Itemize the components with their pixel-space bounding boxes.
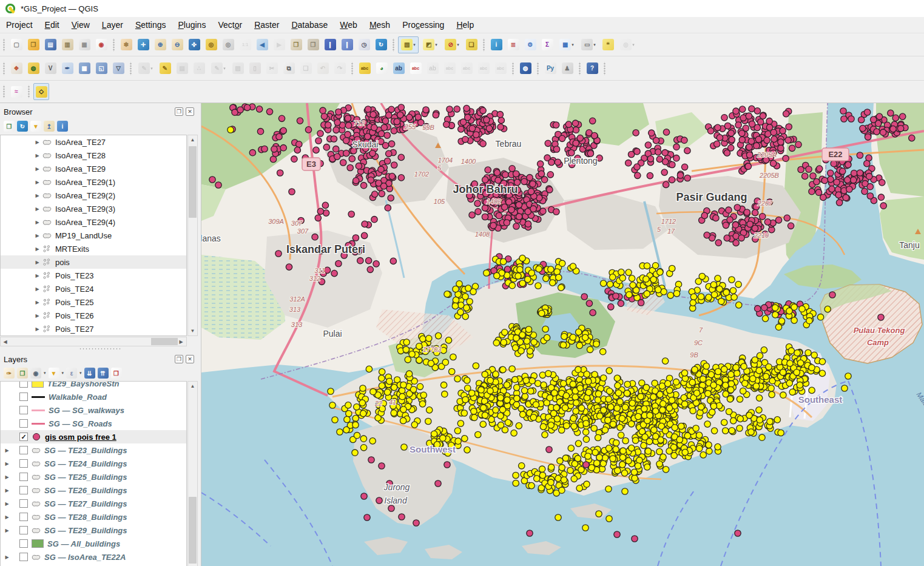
menu-plugins[interactable]: Plugins <box>172 18 212 32</box>
menu-vector[interactable]: Vector <box>212 18 248 32</box>
new-shapefile-layer-button[interactable]: V <box>42 60 58 77</box>
layers-vscrollbar[interactable]: ▲ <box>187 381 198 566</box>
expander-icon[interactable]: ▶ <box>35 206 40 212</box>
browser-float-icon[interactable]: ❐ <box>175 107 183 116</box>
map-tips-button[interactable]: ❝ <box>600 36 616 53</box>
collapse-all-layers-icon[interactable]: ⇈ <box>98 368 109 379</box>
select-features-by-value-button[interactable]: ❏ <box>464 36 479 53</box>
layer-visibility-checkbox[interactable] <box>19 553 28 561</box>
expander-icon[interactable]: ▶ <box>35 260 40 265</box>
new-map-view-button[interactable]: ❒ <box>288 36 304 53</box>
expander-icon[interactable]: ▶ <box>35 233 40 238</box>
help-contents-button[interactable]: ? <box>584 60 600 77</box>
browser-close-icon[interactable]: ✕ <box>186 107 194 116</box>
show-spatial-bookmarks-button[interactable]: ❙ <box>339 36 355 53</box>
layer-item-SG — TE26_Buildings[interactable]: ▶SG — TE26_Buildings <box>1 483 186 497</box>
expander-icon[interactable]: ▶ <box>4 461 10 467</box>
zoom-out-button[interactable]: ⊖ <box>169 36 185 53</box>
layer-item-SG — TE27_Buildings[interactable]: ▶SG — TE27_Buildings <box>1 497 186 510</box>
properties-widget-icon[interactable]: i <box>57 121 68 132</box>
expander-icon[interactable]: ▶ <box>35 180 40 185</box>
expander-icon[interactable]: ▶ <box>35 246 40 252</box>
browser-item-Pois_TE24[interactable]: ▶Pois_TE24 <box>1 282 186 295</box>
new-print-layout-button[interactable]: ▥ <box>59 36 75 53</box>
expander-icon[interactable]: ▶ <box>35 140 40 145</box>
browser-item-IsoArea_TE29(4)[interactable]: ▶IsoArea_TE29(4) <box>1 215 186 229</box>
open-attribute-table-button[interactable]: ▦▾ <box>556 36 577 53</box>
statistics-button[interactable]: ≣ <box>505 36 521 53</box>
layer-visibility-checkbox[interactable] <box>19 459 28 468</box>
expander-icon[interactable]: ▶ <box>35 220 40 225</box>
menu-layer[interactable]: Layer <box>96 18 129 32</box>
panel-splitter-handle[interactable] <box>79 348 121 351</box>
expander-icon[interactable]: ▶ <box>35 153 40 158</box>
measure-line-dropdown-icon[interactable]: ▾ <box>593 42 596 47</box>
open-attribute-table-dropdown-icon[interactable]: ▾ <box>572 42 574 47</box>
deselect-features-button[interactable]: ⊘▾ <box>442 36 462 53</box>
menu-project[interactable]: Project <box>0 18 39 32</box>
expand-all-icon[interactable]: ⇊ <box>84 368 95 379</box>
menu-help[interactable]: Help <box>450 18 480 32</box>
pin-unpin-labels-button[interactable]: ab <box>391 60 406 77</box>
pan-map-button[interactable]: ✽ <box>118 36 134 53</box>
layer-item-SG — SG_Roads[interactable]: SG — SG_Roads <box>1 417 186 430</box>
browser-item-Pois_TE23[interactable]: ▶Pois_TE23 <box>1 269 186 282</box>
menu-edit[interactable]: Edit <box>39 18 66 32</box>
expander-icon[interactable]: ▶ <box>35 300 40 305</box>
copy-features-button[interactable]: ⧉ <box>281 60 297 77</box>
new-spatial-bookmark-button[interactable]: ❙ <box>322 36 338 53</box>
new-3d-map-view-button[interactable]: ❒ <box>305 36 321 53</box>
layer-item-SG — TE25_Buildings[interactable]: ▶SG — TE25_Buildings <box>1 470 186 483</box>
layer-visibility-checkbox[interactable] <box>19 499 28 508</box>
menu-mesh[interactable]: Mesh <box>363 18 396 32</box>
layer-visibility-checkbox[interactable] <box>19 486 28 494</box>
zoom-to-layer-button[interactable]: ◎ <box>203 36 219 53</box>
temporal-controller-button[interactable]: ◷ <box>356 36 372 53</box>
filter-legend-dropdown-icon[interactable]: ▾ <box>62 371 64 376</box>
statistical-summary-button[interactable]: Σ <box>539 36 555 53</box>
manage-map-themes-icon[interactable]: ◉ <box>30 368 41 379</box>
layer-item-partial[interactable]: ▶ <box>1 564 186 566</box>
layers-float-icon[interactable]: ❐ <box>175 355 183 363</box>
refresh-browser-icon[interactable]: ↻ <box>17 121 28 132</box>
layer-item-SG — TE24_Buildings[interactable]: ▶SG — TE24_Buildings <box>1 457 186 470</box>
layers-close-icon[interactable]: ✕ <box>186 355 194 363</box>
expander-icon[interactable]: ▶ <box>4 554 10 560</box>
layer-diagram-options-button[interactable]: ◕ <box>374 60 389 77</box>
browser-item-IsoArea_TE29(2)[interactable]: ▶IsoArea_TE29(2) <box>1 189 186 202</box>
menu-web[interactable]: Web <box>334 18 363 32</box>
browser-item-IsoArea_TE29(1)[interactable]: ▶IsoArea_TE29(1) <box>1 175 186 189</box>
refresh-map-button[interactable]: ↻ <box>373 36 389 53</box>
open-project-button[interactable]: ❒ <box>25 36 41 53</box>
select-features-rectangle-dropdown-icon[interactable]: ▾ <box>413 42 416 47</box>
manage-map-themes-dropdown-icon[interactable]: ▾ <box>44 371 46 376</box>
new-temporary-scratch-layer-button[interactable]: ▦ <box>76 60 92 77</box>
layer-labeling-options-button[interactable]: abc <box>357 60 373 77</box>
filter-by-expression-dropdown-icon[interactable]: ▾ <box>79 371 82 376</box>
collapse-all-icon[interactable]: ↥ <box>44 121 55 132</box>
processing-toolbox-button[interactable]: ⚙ <box>522 36 538 53</box>
identify-features-button[interactable]: i <box>488 36 504 53</box>
new-virtual-layer-button[interactable]: ◱ <box>93 60 109 77</box>
menu-raster[interactable]: Raster <box>248 18 285 32</box>
expander-icon[interactable]: ▶ <box>4 514 10 520</box>
show-layout-manager-button[interactable]: ▦ <box>76 36 92 53</box>
expander-icon[interactable]: ▶ <box>35 193 40 198</box>
expander-icon[interactable]: ▶ <box>4 474 10 480</box>
measure-line-button[interactable]: ▭▾ <box>578 36 599 53</box>
layer-visibility-checkbox[interactable] <box>19 419 28 428</box>
shape-digitizing-button[interactable]: ◇ <box>33 83 49 100</box>
expander-icon[interactable]: ▶ <box>35 166 40 172</box>
style-manager-button[interactable]: ◉ <box>93 36 109 53</box>
toggle-editing-button[interactable]: ✎ <box>157 60 173 77</box>
layer-visibility-checkbox[interactable] <box>19 539 28 548</box>
expander-icon[interactable]: ▶ <box>4 501 10 507</box>
layer-visibility-checkbox[interactable] <box>19 526 28 534</box>
deselect-features-dropdown-icon[interactable]: ▾ <box>457 42 459 47</box>
layer-visibility-checkbox[interactable] <box>19 473 28 481</box>
elevation-profile-button[interactable]: ≈ <box>8 83 24 100</box>
menu-settings[interactable]: Settings <box>129 18 172 32</box>
browser-hscrollbar[interactable]: ◀ ▶ <box>0 337 187 346</box>
new-project-button[interactable]: ▢ <box>8 36 24 53</box>
advanced-digitizing-dropdown-icon[interactable]: ▾ <box>223 66 226 71</box>
